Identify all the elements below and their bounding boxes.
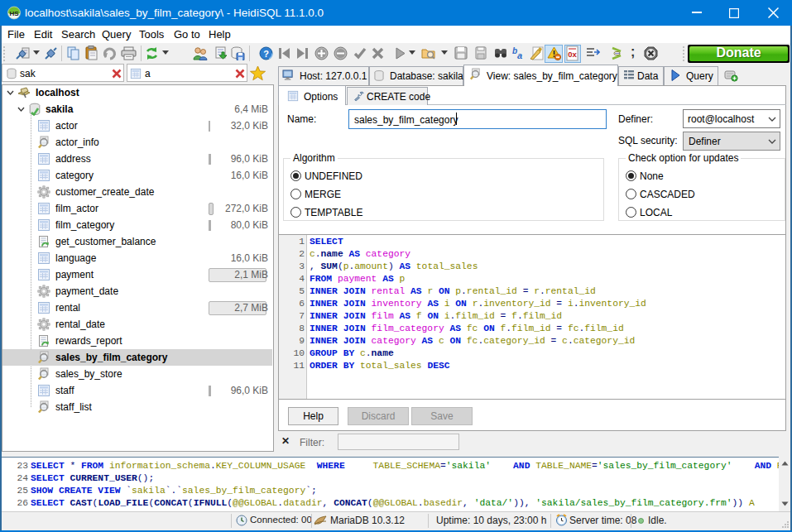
svg-text:a: a <box>517 50 522 60</box>
svg-text:?: ? <box>263 49 269 59</box>
svg-text:0x: 0x <box>568 50 577 59</box>
svg-text:HS: HS <box>9 10 19 17</box>
